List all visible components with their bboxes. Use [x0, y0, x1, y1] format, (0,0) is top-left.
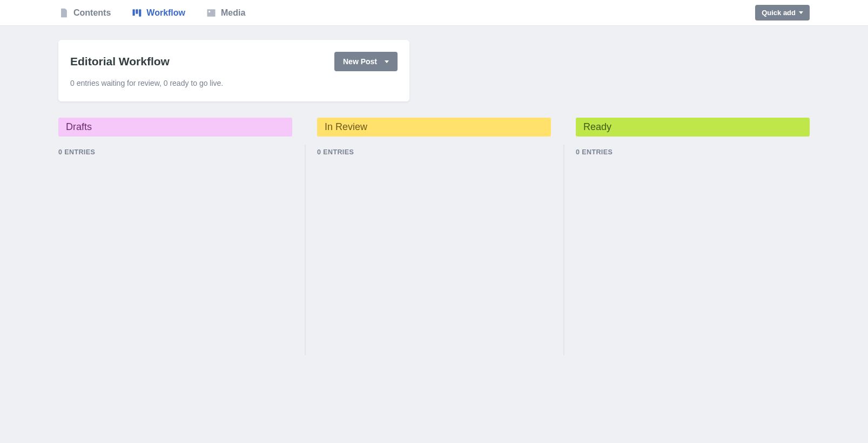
quick-add-label: Quick add	[762, 9, 796, 17]
nav-tab-label: Media	[221, 8, 245, 18]
chevron-down-icon	[385, 60, 389, 63]
workflow-board: Drafts 0 ENTRIES In Review 0 ENTRIES Rea…	[58, 118, 810, 156]
nav-tab-label: Workflow	[146, 8, 185, 18]
top-bar: Contents Workflow Media Quick add	[0, 0, 868, 26]
svg-rect-1	[136, 9, 138, 13]
quick-add-button[interactable]: Quick add	[755, 5, 810, 21]
document-icon	[58, 8, 69, 18]
nav-tab-contents[interactable]: Contents	[58, 8, 111, 18]
workflow-card-header: Editorial Workflow New Post	[70, 52, 398, 71]
page-title: Editorial Workflow	[70, 55, 170, 68]
column-count-ready: 0 ENTRIES	[576, 148, 810, 156]
workflow-card: Editorial Workflow New Post 0 entries wa…	[58, 40, 409, 101]
column-count-drafts: 0 ENTRIES	[58, 148, 292, 156]
nav-tab-media[interactable]: Media	[206, 8, 245, 18]
column-in-review: In Review 0 ENTRIES	[317, 118, 551, 156]
column-drafts: Drafts 0 ENTRIES	[58, 118, 292, 156]
main-content: Editorial Workflow New Post 0 entries wa…	[0, 26, 868, 156]
svg-rect-2	[139, 9, 141, 16]
nav-tab-label: Contents	[73, 8, 111, 18]
svg-point-3	[208, 10, 210, 12]
column-header-in-review: In Review	[317, 118, 551, 137]
new-post-label: New Post	[343, 57, 377, 66]
nav-tab-workflow[interactable]: Workflow	[131, 8, 185, 18]
chevron-down-icon	[799, 11, 803, 14]
svg-rect-0	[133, 9, 135, 16]
image-icon	[206, 8, 217, 18]
kanban-icon	[131, 8, 142, 18]
workflow-summary: 0 entries waiting for review, 0 ready to…	[70, 79, 398, 87]
new-post-button[interactable]: New Post	[334, 52, 398, 71]
column-header-ready: Ready	[576, 118, 810, 137]
column-header-drafts: Drafts	[58, 118, 292, 137]
column-ready: Ready 0 ENTRIES	[576, 118, 810, 156]
nav-tabs: Contents Workflow Media	[58, 8, 245, 18]
column-count-in-review: 0 ENTRIES	[317, 148, 551, 156]
